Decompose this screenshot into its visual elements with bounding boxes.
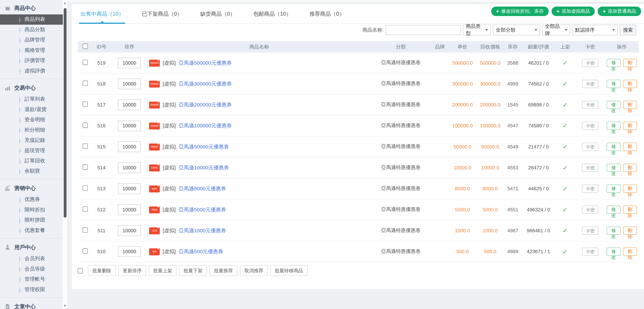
product-name-link[interactable]: 亞馬遜1000元優惠券 [179,227,226,234]
sort-input[interactable] [118,204,141,215]
product-name-link[interactable]: 亞馬遜200000元優惠券 [179,101,232,108]
edit-button[interactable]: 修改 [607,122,620,130]
product-name-link[interactable]: 亞馬遜10000元優惠券 [179,164,229,171]
delete-button[interactable]: 刪除 [623,122,637,130]
sidebar-item[interactable]: ├ 管理帐号 [0,274,63,284]
sort-input[interactable] [118,246,141,257]
batch-button[interactable]: 批量上架 [149,265,176,276]
edit-button[interactable]: 修改 [607,164,620,172]
sidebar-item[interactable]: ├ 优惠券 [0,195,63,205]
sort-input[interactable] [118,58,141,68]
kami-button[interactable]: 卡密 [582,122,598,130]
sidebar-item[interactable]: ├ 品牌管理 [0,35,63,45]
tab[interactable]: 缺货商品（0） [200,4,235,24]
sidebar-scrollbar-thumb[interactable] [64,8,66,217]
sidebar-item[interactable]: ├ 管理权限 [0,284,63,295]
sidebar-item[interactable]: ├ 提現管理 [0,146,63,156]
delete-button[interactable]: 刪除 [623,101,637,109]
add-product-button[interactable]: + 添加虚拟商品 [552,7,595,16]
sidebar-item[interactable]: ├ 虚拟評價 [0,66,63,76]
sidebar-item[interactable]: ├ 资金明细 [0,115,63,125]
tab[interactable]: 推荐商品（0） [310,4,344,24]
edit-button[interactable]: 修改 [607,143,620,151]
sidebar-section-header[interactable]: 用戶中心 [0,241,63,254]
add-product-button[interactable]: + 修改回收折扣、库存 [491,7,549,16]
sidebar-item[interactable]: ├ 評價管理 [0,56,63,66]
sort-input[interactable] [118,120,141,131]
row-checkbox[interactable] [82,248,88,253]
product-name-link[interactable]: 亞馬遜100000元優惠券 [179,122,232,129]
row-checkbox[interactable] [82,164,88,170]
tab[interactable]: 包邮商品（10） [254,4,292,24]
kami-button[interactable]: 卡密 [582,59,598,67]
sort-input[interactable] [118,225,141,236]
delete-button[interactable]: 刪除 [623,143,637,151]
delete-button[interactable]: 刪除 [623,206,637,214]
kami-button[interactable]: 卡密 [582,164,598,172]
batch-button[interactable]: 批量删除 [88,265,116,276]
sidebar-section-header[interactable]: 文章中心 [0,300,63,309]
filter-select[interactable]: 默認排序 [572,25,618,35]
row-checkbox[interactable] [82,227,88,233]
kami-button[interactable]: 卡密 [582,247,598,256]
search-button[interactable]: 搜索 [620,25,636,35]
edit-button[interactable]: 修改 [607,80,620,88]
sidebar-item[interactable]: ├ 限时拼团 [0,215,63,225]
sidebar-item[interactable]: ├ 限時折扣 [0,205,63,215]
add-product-button[interactable]: + 添加普通商品 [598,7,641,16]
row-checkbox[interactable] [82,122,88,128]
sort-input[interactable] [118,142,141,152]
row-checkbox[interactable] [82,206,88,212]
filter-select[interactable]: 商品类型 [463,25,491,35]
sort-input[interactable] [118,100,141,110]
edit-button[interactable]: 修改 [607,247,620,256]
row-checkbox[interactable] [82,60,88,65]
tab[interactable]: 出售中商品（10） [80,4,124,24]
batch-button[interactable]: 更新排序 [118,265,146,276]
delete-button[interactable]: 刪除 [623,59,637,67]
sort-input[interactable] [118,162,141,173]
sidebar-item[interactable]: ├ 訂單回收 [0,156,63,166]
sort-input[interactable] [118,79,141,89]
delete-button[interactable]: 刪除 [623,226,637,235]
sidebar-section-header[interactable]: 营销中心 [0,182,63,195]
delete-button[interactable]: 刪除 [623,247,637,256]
sidebar-section-header[interactable]: 商品中心 [0,2,63,15]
filter-select[interactable]: 全部品牌 [542,25,570,35]
product-name-link[interactable]: 亞馬遜500元優惠券 [179,248,223,255]
row-checkbox[interactable] [82,81,88,86]
kami-button[interactable]: 卡密 [582,80,598,88]
sidebar-item[interactable]: ├ 商品列表 [0,15,63,25]
sidebar-item[interactable]: ├ 规格管理 [0,45,63,56]
batch-button[interactable]: 批量下架 [179,265,207,276]
filter-select[interactable]: 全部分類 [493,25,540,35]
scroll-down-icon[interactable]: ▼ [63,304,67,308]
delete-button[interactable]: 刪除 [623,185,637,193]
row-checkbox[interactable] [82,185,88,191]
product-name-link[interactable]: 亞馬遜300000元優惠券 [179,80,232,87]
product-name-link[interactable]: 亞馬遜500000元優惠券 [179,59,232,66]
edit-button[interactable]: 修改 [607,101,620,109]
product-name-input[interactable] [386,25,461,35]
sidebar-item[interactable]: ├ 余額寶 [0,166,63,176]
kami-button[interactable]: 卡密 [582,101,598,109]
sidebar-item[interactable]: ├ 訂單列表 [0,94,63,104]
delete-button[interactable]: 刪除 [623,80,637,88]
sidebar-item[interactable]: ├ 充值記錄 [0,135,63,145]
kami-button[interactable]: 卡密 [582,185,598,193]
edit-button[interactable]: 修改 [607,226,620,235]
sidebar-item[interactable]: ├ 优惠套餐 [0,225,63,235]
product-name-link[interactable]: 亞馬遜5000元優惠券 [179,206,226,213]
batch-button[interactable]: 取消推荐 [240,265,268,276]
sidebar-item[interactable]: ├ 积分明细 [0,125,63,135]
batch-select-all-checkbox[interactable] [78,268,83,273]
batch-button[interactable]: 批量转移商品 [270,265,308,276]
delete-button[interactable]: 刪除 [623,164,637,172]
row-checkbox[interactable] [82,102,88,107]
sort-input[interactable] [118,183,141,194]
sidebar-item[interactable]: ├ 会员列表 [0,254,63,264]
batch-button[interactable]: 批量推荐 [210,265,237,276]
select-all-checkbox[interactable] [82,44,88,49]
product-name-link[interactable]: 亞馬遜8000元優惠券 [179,185,226,192]
kami-button[interactable]: 卡密 [582,206,598,214]
